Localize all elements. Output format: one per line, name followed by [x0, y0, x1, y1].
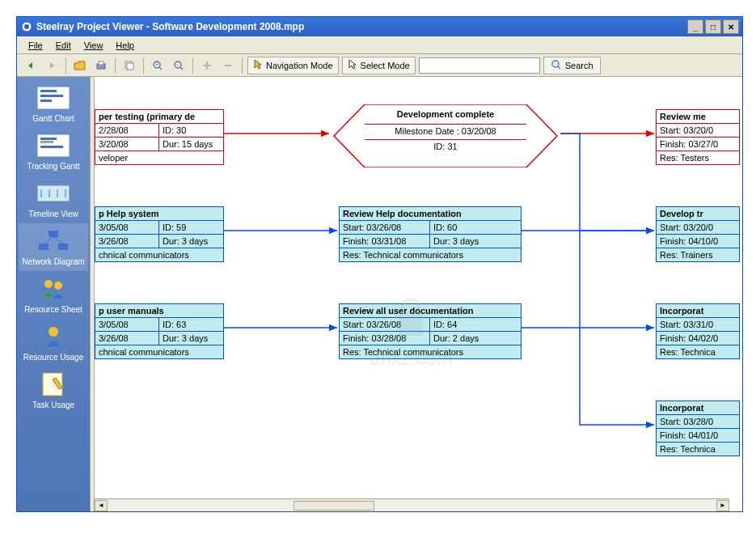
zoom-in-button[interactable]: + — [149, 57, 167, 74]
menu-help[interactable]: Help — [109, 39, 141, 52]
navigation-mode-button[interactable]: Navigation Mode — [247, 57, 339, 74]
svg-rect-3 — [99, 61, 103, 65]
sidebar-item-network-diagram[interactable]: Network Diagram — [19, 223, 88, 271]
content-area: Gantt Chart Tracking Gantt Timeline View… — [17, 77, 742, 511]
milestone-id: ID: 31 — [365, 139, 526, 151]
node-title: Incorporat — [657, 401, 739, 415]
sidebar-item-label: Task Usage — [20, 400, 87, 409]
separator — [143, 57, 144, 74]
separator — [115, 57, 116, 74]
svg-text:+: + — [155, 61, 158, 67]
network-canvas: per testing (primary de 2/28/08ID: 30 3/… — [95, 77, 742, 498]
search-input[interactable] — [419, 57, 540, 74]
horizontal-scrollbar[interactable]: ◄ ► — [95, 498, 729, 511]
resource-usage-icon — [34, 324, 73, 350]
svg-point-1 — [24, 24, 29, 29]
task-node-incorporate-1[interactable]: Incorporat Start: 03/31/0 Finish: 04/02/… — [656, 303, 740, 359]
sidebar-item-label: Resource Usage — [20, 353, 87, 362]
sidebar-item-resource-sheet[interactable]: Resource Sheet — [19, 271, 88, 319]
sidebar-item-label: Resource Sheet — [20, 305, 87, 314]
node-title: p user manuals — [95, 304, 223, 318]
sidebar-item-task-usage[interactable]: Task Usage — [19, 367, 88, 414]
node-title: Review me — [657, 110, 739, 124]
sidebar-item-label: Gantt Chart — [20, 114, 87, 123]
svg-point-33 — [44, 280, 53, 288]
back-button[interactable] — [22, 57, 40, 74]
app-window: Steelray Project Viewer - Software Devel… — [16, 16, 743, 512]
sidebar-item-label: Tracking Gantt — [20, 162, 87, 171]
open-button[interactable] — [71, 57, 89, 74]
svg-rect-22 — [40, 146, 63, 148]
titlebar: Steelray Project Viewer - Software Devel… — [17, 17, 742, 36]
task-node-incorporate-2[interactable]: Incorporat Start: 03/28/0 Finish: 04/01/… — [656, 400, 740, 456]
print-button[interactable] — [92, 57, 110, 74]
svg-line-10 — [180, 67, 183, 70]
sidebar: Gantt Chart Tracking Gantt Timeline View… — [17, 77, 90, 511]
network-diagram-icon — [34, 228, 73, 254]
window-controls: _ □ ✕ — [687, 19, 739, 34]
svg-rect-21 — [40, 141, 53, 143]
search-icon — [551, 59, 562, 72]
task-node-help-system[interactable]: p Help system 3/05/08ID: 59 3/26/08Dur: … — [95, 206, 224, 262]
menu-file[interactable]: File — [22, 39, 49, 52]
pointer-icon — [348, 59, 357, 72]
gantt-chart-icon — [34, 85, 73, 111]
svg-rect-12 — [225, 65, 231, 66]
sidebar-item-label: Timeline View — [20, 210, 87, 218]
node-title: per testing (primary de — [95, 110, 223, 124]
select-mode-button[interactable]: Select Mode — [342, 57, 416, 74]
forward-button[interactable] — [43, 57, 61, 74]
task-node-testing[interactable]: per testing (primary de 2/28/08ID: 30 3/… — [95, 109, 224, 165]
canvas-area[interactable]: per testing (primary de 2/28/08ID: 30 3/… — [95, 77, 742, 511]
remove-button[interactable] — [219, 57, 237, 74]
timeline-icon — [34, 180, 73, 206]
node-title: p Help system — [95, 207, 223, 221]
scroll-track[interactable] — [108, 500, 716, 511]
sidebar-item-gantt-chart[interactable]: Gantt Chart — [19, 80, 88, 128]
svg-point-13 — [552, 61, 559, 67]
zoom-out-button[interactable]: - — [170, 57, 188, 74]
task-node-develop-tr[interactable]: Develop tr Start: 03/20/0 Finish: 04/10/… — [656, 206, 740, 262]
scroll-right-button[interactable]: ► — [716, 500, 729, 511]
scroll-left-button[interactable]: ◄ — [95, 500, 108, 511]
window-title: Steelray Project Viewer - Software Devel… — [36, 21, 687, 32]
task-node-review-user-doc[interactable]: Review all user documentation Start: 03/… — [339, 303, 522, 359]
sidebar-item-resource-usage[interactable]: Resource Usage — [19, 319, 88, 367]
sidebar-item-label: Network Diagram — [20, 257, 87, 266]
svg-line-32 — [53, 237, 63, 244]
svg-line-14 — [558, 66, 560, 69]
scroll-thumb[interactable] — [294, 501, 374, 511]
task-node-review-help[interactable]: Review Help documentation Start: 03/26/0… — [339, 206, 522, 262]
svg-rect-28 — [49, 231, 58, 237]
close-button[interactable]: ✕ — [723, 19, 739, 34]
svg-rect-18 — [40, 100, 52, 102]
add-button[interactable] — [198, 57, 216, 74]
separator — [242, 57, 243, 74]
resource-sheet-icon — [34, 276, 73, 302]
milestone-node[interactable]: Development complete Milestone Date : 03… — [332, 104, 559, 167]
milestone-date: Milestone Date : 03/20/08 — [365, 124, 526, 136]
svg-rect-5 — [127, 63, 133, 70]
task-node-user-manuals[interactable]: p user manuals 3/05/08ID: 63 3/26/08Dur:… — [95, 303, 224, 359]
minimize-button[interactable]: _ — [687, 19, 703, 34]
menu-edit[interactable]: Edit — [49, 39, 78, 52]
maximize-button[interactable]: □ — [705, 19, 721, 34]
separator — [65, 57, 66, 74]
task-node-review[interactable]: Review me Start: 03/20/0 Finish: 03/27/0… — [656, 109, 740, 165]
menu-view[interactable]: View — [78, 39, 110, 52]
nav-mode-label: Navigation Mode — [266, 61, 333, 70]
copy-button[interactable] — [120, 57, 138, 74]
app-icon — [20, 20, 33, 33]
node-title: Develop tr — [657, 207, 739, 221]
sidebar-item-timeline-view[interactable]: Timeline View — [19, 176, 88, 223]
svg-line-31 — [44, 237, 53, 244]
search-label: Search — [565, 61, 593, 70]
search-button[interactable]: Search — [543, 57, 601, 74]
svg-rect-16 — [40, 90, 57, 92]
tracking-gantt-icon — [34, 133, 73, 159]
select-mode-label: Select Mode — [361, 61, 410, 70]
svg-point-34 — [54, 282, 62, 290]
sidebar-item-tracking-gantt[interactable]: Tracking Gantt — [19, 128, 88, 176]
toolbar: + - Navigation Mode Select Mode Search — [17, 54, 742, 77]
svg-rect-30 — [58, 244, 68, 250]
